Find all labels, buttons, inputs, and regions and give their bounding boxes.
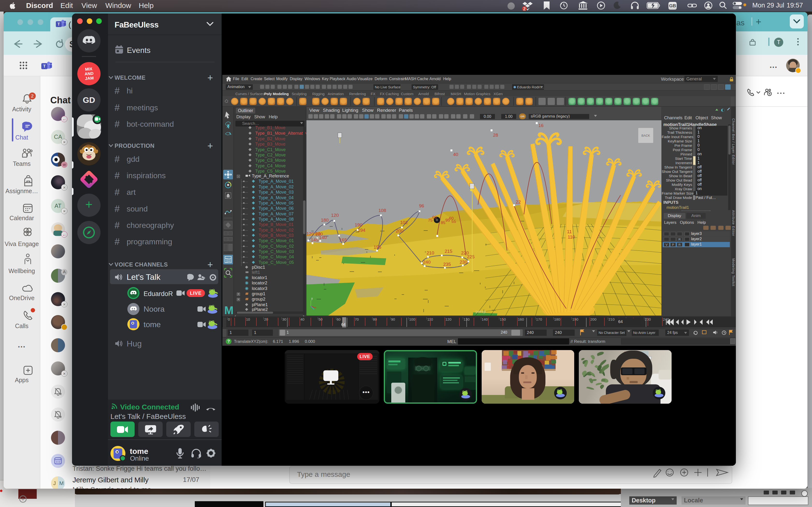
svg-text:200: 200 xyxy=(396,228,404,233)
svg-text:110: 110 xyxy=(568,234,575,239)
svg-text:195: 195 xyxy=(373,244,382,249)
svg-text:190: 190 xyxy=(355,222,362,227)
svg-text:16: 16 xyxy=(539,123,544,128)
svg-text:55: 55 xyxy=(451,219,456,224)
svg-text:215: 215 xyxy=(445,249,452,254)
svg-text:persp: persp xyxy=(475,309,486,314)
svg-text:40: 40 xyxy=(453,152,458,157)
svg-text:240: 240 xyxy=(423,260,430,265)
svg-text:194: 194 xyxy=(358,228,365,233)
svg-text:165: 165 xyxy=(339,237,347,242)
svg-text:11: 11 xyxy=(567,229,572,234)
svg-text:BACK: BACK xyxy=(642,134,650,137)
svg-text:235: 235 xyxy=(443,262,451,267)
svg-text:y: y xyxy=(311,297,313,300)
svg-text:T: T xyxy=(57,22,60,26)
svg-text:230: 230 xyxy=(460,260,467,265)
svg-text:2: 2 xyxy=(523,6,526,11)
svg-text:120.00: 120.00 xyxy=(306,231,320,236)
svg-text:108: 108 xyxy=(378,208,386,213)
svg-text:22: 22 xyxy=(516,200,521,205)
svg-text:96: 96 xyxy=(419,203,424,208)
svg-text:120: 120 xyxy=(331,213,339,218)
svg-text:180: 180 xyxy=(321,218,329,223)
svg-text:60: 60 xyxy=(432,215,437,220)
svg-text:145: 145 xyxy=(311,237,318,242)
svg-text:85: 85 xyxy=(441,220,445,225)
svg-text:210: 210 xyxy=(426,250,434,256)
svg-text:102: 102 xyxy=(400,220,408,225)
svg-text:28: 28 xyxy=(493,132,498,137)
svg-text:225: 225 xyxy=(467,254,475,259)
svg-text:T: T xyxy=(43,64,46,68)
